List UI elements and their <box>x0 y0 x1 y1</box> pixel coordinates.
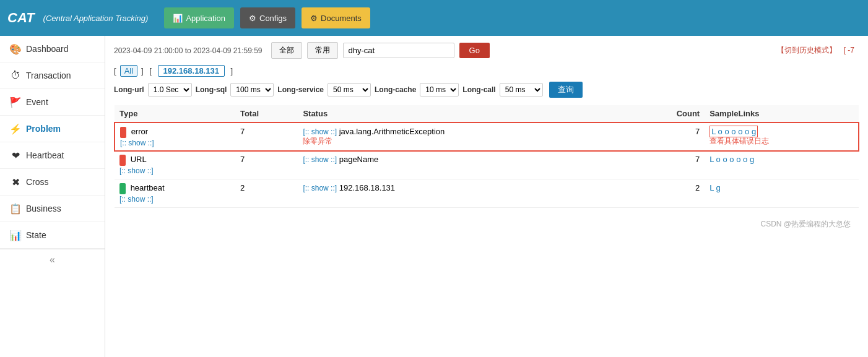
sample-link-error-2[interactable]: o <box>724 127 729 136</box>
params-row: Long-url 1.0 Sec 2.0 Sec 5.0 Sec Long-sq… <box>114 82 859 98</box>
logo: CAT <box>7 10 35 26</box>
sample-link-hb-g[interactable]: g <box>716 183 721 192</box>
sidebar-label-state: State <box>26 230 46 240</box>
documents-icon: ⚙ <box>310 14 318 23</box>
type-indicator-url <box>119 155 126 166</box>
type-indicator-error <box>120 127 126 138</box>
type-url: URL <box>131 155 147 164</box>
sample-link-url-L[interactable]: L <box>710 155 714 164</box>
long-cache-select[interactable]: 10 ms 20 ms 50 ms <box>420 83 459 97</box>
long-service-select[interactable]: 50 ms 100 ms 200 ms <box>328 83 371 97</box>
data-table: Type Total Status Count SampleLinks erro… <box>114 105 859 208</box>
col-total: Total <box>235 105 298 123</box>
nav-application-button[interactable]: 📊 Application <box>164 7 234 28</box>
sample-link-error-5[interactable]: o <box>745 127 749 136</box>
main-content: 2023-04-09 21:00:00 to 2023-04-09 21:59:… <box>105 36 868 357</box>
status-show-error[interactable]: [:: show ::] <box>303 127 337 136</box>
zero-exception-text: 除零异常 <box>303 137 332 145</box>
header: CAT (Central Application Tracking) 📊 App… <box>0 0 868 36</box>
btn-normal[interactable]: 常用 <box>307 42 338 59</box>
status-text-error: java.lang.ArithmeticException <box>339 127 445 136</box>
dashboard-icon: 🎨 <box>10 43 21 54</box>
application-label: Application <box>186 14 225 23</box>
sample-link-error-g[interactable]: g <box>752 127 756 136</box>
nav-documents-button[interactable]: ⚙ Documents <box>302 7 370 28</box>
application-icon: 📊 <box>173 14 183 23</box>
sidebar: 🎨 Dashboard ⏱ Transaction 🚩 Event ⚡ Prob… <box>0 36 105 357</box>
sidebar-item-cross[interactable]: ✖ Cross <box>0 169 105 196</box>
col-count: Count <box>631 105 705 123</box>
sample-link-url-4[interactable]: o <box>736 155 740 164</box>
sample-link-error-4[interactable]: o <box>738 127 742 136</box>
layout: 🎨 Dashboard ⏱ Transaction 🚩 Event ⚡ Prob… <box>0 36 868 357</box>
sidebar-label-problem: Problem <box>26 124 61 134</box>
long-url-select[interactable]: 1.0 Sec 2.0 Sec 5.0 Sec <box>148 83 192 97</box>
show-link-error[interactable]: [:: show ::] <box>120 139 154 147</box>
sidebar-item-problem[interactable]: ⚡ Problem <box>0 116 105 142</box>
type-indicator-heartbeat <box>119 183 126 194</box>
long-call-select[interactable]: 50 ms 100 ms 200 ms <box>500 83 543 97</box>
sidebar-item-transaction[interactable]: ⏱ Transaction <box>0 62 105 89</box>
go-button[interactable]: Go <box>459 43 490 58</box>
sidebar-label-cross: Cross <box>26 177 49 187</box>
time-range: 2023-04-09 21:00:00 to 2023-04-09 21:59:… <box>114 46 263 55</box>
watermark: CSDN @热爱编程的大忽悠 <box>114 214 859 234</box>
sample-link-url-5[interactable]: o <box>743 155 747 164</box>
history-shortcut: [ -7 <box>844 46 854 54</box>
problem-icon: ⚡ <box>10 123 21 134</box>
collapse-icon: « <box>50 254 55 265</box>
filter-row: [ All ] [ 192.168.18.131 ] <box>114 65 859 77</box>
sample-link-hb-L[interactable]: L <box>710 183 714 192</box>
long-service-label: Long-service <box>277 85 324 94</box>
view-log-link[interactable]: 查看具体错误日志 <box>710 137 769 145</box>
status-show-heartbeat[interactable]: [:: show ::] <box>303 184 337 192</box>
search-input[interactable] <box>343 43 454 58</box>
cross-icon: ✖ <box>10 176 21 187</box>
tag-all[interactable]: All <box>120 65 137 77</box>
sidebar-label-business: Business <box>26 204 61 213</box>
sample-link-url-1[interactable]: o <box>716 155 721 164</box>
sidebar-label-heartbeat: Heartbeat <box>26 150 64 160</box>
long-sql-label: Long-sql <box>196 85 227 94</box>
sidebar-collapse-button[interactable]: « <box>0 249 105 270</box>
table-row: error [:: show ::] 7 [:: show ::] java.l… <box>115 123 859 151</box>
sidebar-item-heartbeat[interactable]: ❤ Heartbeat <box>0 142 105 169</box>
sample-link-error-L[interactable]: L <box>711 127 716 136</box>
history-link[interactable]: 【切到历史模式】 [ -7 <box>777 45 859 56</box>
long-url-label: Long-url <box>114 85 144 94</box>
heartbeat-icon: ❤ <box>10 150 21 161</box>
sidebar-item-business[interactable]: 📋 Business <box>0 196 105 222</box>
show-link-heartbeat[interactable]: [:: show ::] <box>119 195 154 204</box>
col-type: Type <box>115 105 235 123</box>
status-show-url[interactable]: [:: show ::] <box>303 155 337 164</box>
col-samplelinks: SampleLinks <box>705 105 859 123</box>
sample-link-error-3[interactable]: o <box>731 127 736 136</box>
long-call-label: Long-call <box>462 85 495 94</box>
long-sql-select[interactable]: 100 ms 200 ms 500 ms <box>230 83 274 97</box>
nav-configs-button[interactable]: ⚙ Configs <box>240 7 295 28</box>
sample-link-url-2[interactable]: o <box>723 155 727 164</box>
sample-link-error-1[interactable]: o <box>718 127 723 136</box>
col-status: Status <box>298 105 631 123</box>
state-icon: 📊 <box>10 230 21 241</box>
sidebar-item-event[interactable]: 🚩 Event <box>0 89 105 116</box>
type-heartbeat: heartbeat <box>131 183 165 192</box>
documents-label: Documents <box>321 14 362 23</box>
type-error: error <box>131 127 148 136</box>
history-mode-link[interactable]: 【切到历史模式】 <box>777 46 836 54</box>
btn-all[interactable]: 全部 <box>271 42 302 59</box>
query-button[interactable]: 查询 <box>549 82 583 98</box>
sidebar-item-state[interactable]: 📊 State <box>0 222 105 249</box>
table-row: heartbeat [:: show ::] 2 [:: show ::] 19… <box>115 179 859 208</box>
sidebar-label-event: Event <box>26 97 48 107</box>
long-cache-label: Long-cache <box>375 85 416 94</box>
sidebar-item-dashboard[interactable]: 🎨 Dashboard <box>0 36 105 62</box>
show-link-url[interactable]: [:: show ::] <box>119 166 154 175</box>
sidebar-label-transaction: Transaction <box>26 71 71 80</box>
tag-ip[interactable]: 192.168.18.131 <box>158 65 225 77</box>
sample-link-url-3[interactable]: o <box>729 155 734 164</box>
status-text-heartbeat: 192.168.18.131 <box>339 183 395 192</box>
configs-label: Configs <box>259 14 287 23</box>
event-icon: 🚩 <box>10 97 21 108</box>
sample-link-url-g[interactable]: g <box>750 155 754 164</box>
